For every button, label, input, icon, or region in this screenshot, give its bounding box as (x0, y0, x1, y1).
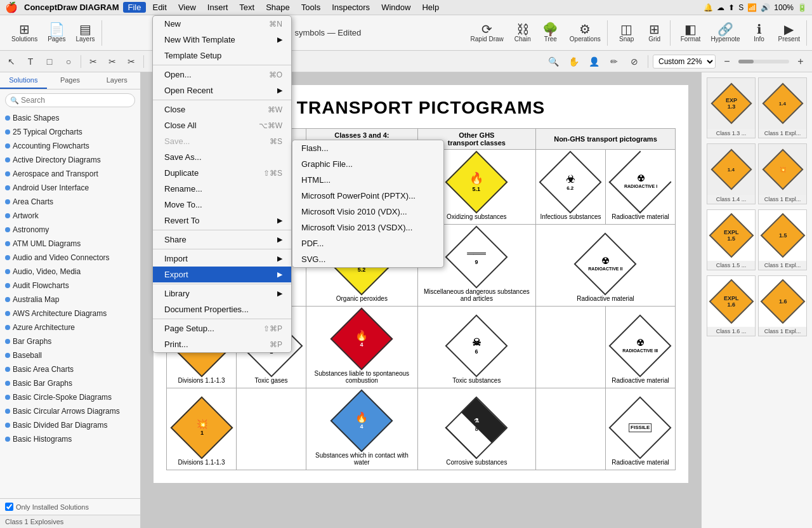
sidebar-item-area-charts[interactable]: Area Charts (0, 195, 140, 209)
zoom-tool[interactable]: 🔍 (544, 53, 562, 70)
export-pptx[interactable]: Microsoft PowerPoint (PPTX)... (292, 188, 443, 204)
menu-save-as[interactable]: Save As... (153, 149, 291, 165)
search-input[interactable] (5, 93, 135, 107)
thumb-item-class-1-4[interactable]: 1.4 Class 1.4 ... (707, 143, 756, 204)
format-button[interactable]: ◧ Format (677, 22, 705, 44)
grid-button[interactable]: ⊞ Grid (642, 22, 667, 44)
cell-fissile-4[interactable]: FISSILE Radioactive material (605, 388, 675, 470)
sidebar-item-android[interactable]: Android User Interface (0, 181, 140, 195)
sidebar-item-basic-histo[interactable]: Basic Histograms (0, 432, 140, 446)
sidebar-item-australia[interactable]: Australia Map (0, 293, 140, 307)
sidebar-item-basic-divided[interactable]: Basic Divided Bar Diagrams (0, 418, 140, 432)
zoom-slider[interactable] (738, 60, 789, 63)
export-html[interactable]: HTML... (292, 172, 443, 188)
pan-tool[interactable]: ✋ (565, 53, 582, 70)
tab-pages[interactable]: Pages (47, 72, 94, 89)
rapid-draw-button[interactable]: ⟳ Rapid Draw (467, 22, 508, 44)
sidebar-item-audit[interactable]: Audit Flowcharts (0, 279, 140, 293)
user-tool[interactable]: 👤 (585, 53, 603, 70)
export-vdx[interactable]: Microsoft Visio 2010 (VDX)... (292, 204, 443, 220)
cell-infectious-1[interactable]: ☣ 6.2 Infectious substances (535, 150, 605, 225)
menu-move-to[interactable]: Move To... (153, 197, 291, 213)
menu-shape[interactable]: Shape (261, 2, 295, 13)
cell-spontaneous-3[interactable]: 🔥 4 Substances liable to spontaneous com… (306, 307, 418, 388)
menu-revert-to[interactable]: Revert To ▶ (153, 213, 291, 228)
solutions-button[interactable]: ⊞ Solutions (8, 22, 41, 44)
chain-button[interactable]: ⛓ Chain (510, 22, 535, 44)
text-tool[interactable]: T (22, 53, 39, 70)
menu-print[interactable]: Print... ⌘P (153, 336, 291, 352)
sidebar-item-accounting[interactable]: Accounting Flowcharts (0, 139, 140, 153)
menu-new-template[interactable]: New With Template ▶ (153, 32, 291, 48)
zoom-select[interactable]: Custom 22% 25% 50% 75% 100% (653, 55, 716, 69)
sidebar-item-basic-circular[interactable]: Basic Circular Arrows Diagrams (0, 404, 140, 418)
cut-tool-2[interactable]: ✂ (103, 53, 121, 70)
layers-button[interactable]: ▤ Layers (72, 22, 99, 44)
sidebar-item-basic-area[interactable]: Basic Area Charts (0, 362, 140, 376)
sidebar-item-active-directory[interactable]: Active Directory Diagrams (0, 153, 140, 167)
sidebar-item-astronomy[interactable]: Astronomy (0, 223, 140, 237)
menu-view[interactable]: View (173, 2, 201, 13)
thumb-item-class-1-6[interactable]: EXPL1.6 Class 1.6 ... (707, 275, 756, 336)
thumb-item-class-1-expl-2[interactable]: 💥 Class 1 Expl... (758, 143, 807, 204)
sidebar-item-artwork[interactable]: Artwork (0, 209, 140, 223)
cell-water-4[interactable]: 🔥 4 Substances which in contact with wat… (306, 388, 418, 470)
cell-radioactive-1[interactable]: ☢ RADIOACTIVE I Radioactive material (605, 150, 675, 225)
hypernote-button[interactable]: 🔗 Hypernote (707, 22, 743, 44)
cell-toxic-3[interactable]: ☠ 6 Toxic substances (417, 307, 535, 388)
zoom-out-btn[interactable]: − (718, 53, 736, 70)
menu-close-all[interactable]: Close All ⌥⌘W (153, 117, 291, 133)
menu-library[interactable]: Library ▶ (153, 286, 291, 301)
apple-menu[interactable]: 🍎 (5, 1, 18, 13)
thumb-item-class-1-expl-1[interactable]: 1.4 Class 1 Expl... (758, 77, 807, 138)
menu-page-setup[interactable]: Page Setup... ⇧⌘P (153, 320, 291, 336)
sidebar-item-audio-video[interactable]: Audio and Video Connectors (0, 251, 140, 265)
operations-button[interactable]: ⚙ Operations (566, 22, 605, 44)
export-pdf[interactable]: PDF... (292, 235, 443, 251)
tree-button[interactable]: 🌳 Tree (538, 22, 563, 44)
menu-duplicate[interactable]: Duplicate ⇧⌘S (153, 165, 291, 181)
cut-tool-3[interactable]: ✂ (122, 53, 140, 70)
sidebar-item-aerospace[interactable]: Aerospace and Transport (0, 167, 140, 181)
menu-open[interactable]: Open... ⌘O (153, 67, 291, 82)
sidebar-item-atm[interactable]: ATM UML Diagrams (0, 237, 140, 251)
thumb-item-class-1-expl-3[interactable]: 1.5 Class 1 Expl... (758, 209, 807, 270)
export-vsdx[interactable]: Microsoft Visio 2013 (VSDX)... (292, 220, 443, 235)
sidebar-item-basic-circle-spoke[interactable]: Basic Circle-Spoke Diagrams (0, 390, 140, 404)
pen-tool[interactable]: ✏ (605, 53, 623, 70)
menu-open-recent[interactable]: Open Recent ▶ (153, 82, 291, 98)
menu-edit[interactable]: Edit (147, 2, 171, 13)
sidebar-item-azure[interactable]: Azure Architecture (0, 320, 140, 334)
menu-share[interactable]: Share ▶ (153, 232, 291, 248)
rect-tool[interactable]: □ (41, 53, 58, 70)
zoom-in-btn[interactable]: + (792, 53, 809, 70)
menu-tools[interactable]: Tools (296, 2, 325, 13)
export-svg[interactable]: SVG... (292, 251, 443, 267)
thumb-item-class-1-5[interactable]: EXPL1.5 Class 1.5 ... (707, 209, 756, 270)
menu-rename[interactable]: Rename... (153, 181, 291, 197)
no-tool[interactable]: ⊘ (625, 53, 643, 70)
notification-icon[interactable]: 🔔 (704, 3, 713, 12)
menu-inspectors[interactable]: Inspectors (327, 2, 375, 13)
cell-explosives-4[interactable]: 💥 1 Divisions 1.1-1.3 (167, 388, 237, 470)
cell-radioactive-3[interactable]: ☢ RADIOACTIVE III Radioactive material (605, 307, 675, 388)
sidebar-item-audio-video-media[interactable]: Audio, Video, Media (0, 265, 140, 279)
select-tool[interactable]: ↖ (3, 53, 20, 70)
cut-tool-1[interactable]: ✂ (84, 53, 102, 70)
sidebar-item-baseball[interactable]: Baseball (0, 348, 140, 362)
cell-radioactive-2[interactable]: ☢ RADIOACTIVE II Radioactive material (535, 225, 675, 307)
tab-solutions[interactable]: Solutions (0, 72, 47, 89)
sidebar-item-aws[interactable]: AWS Architecture Diagrams (0, 307, 140, 320)
sidebar-item-basic-bar[interactable]: Basic Bar Graphs (0, 376, 140, 390)
tab-layers[interactable]: Layers (93, 72, 140, 89)
only-installed-toggle[interactable]: Only Installed Solutions (0, 498, 140, 515)
snap-button[interactable]: ◫ Snap (614, 22, 639, 44)
menu-insert[interactable]: Insert (202, 2, 233, 13)
ellipse-tool[interactable]: ○ (60, 53, 77, 70)
menu-template-setup[interactable]: Template Setup (153, 48, 291, 63)
sidebar-item-bar-graphs[interactable]: Bar Graphs (0, 334, 140, 348)
menu-close[interactable]: Close ⌘W (153, 102, 291, 117)
export-flash[interactable]: Flash... (292, 140, 443, 156)
menu-document-properties[interactable]: Document Properties... (153, 301, 291, 317)
menu-text[interactable]: Text (234, 2, 259, 13)
